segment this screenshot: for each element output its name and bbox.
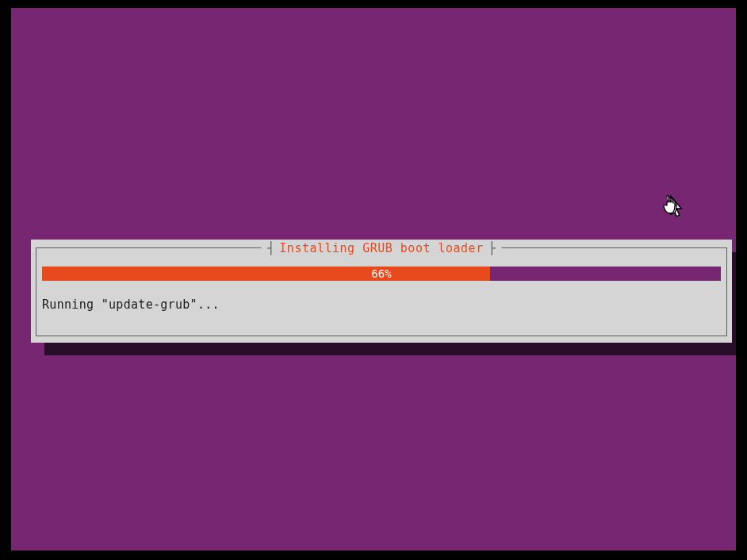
title-bracket-left: ┤ bbox=[267, 241, 274, 255]
dialog-title: Installing GRUB boot loader bbox=[279, 241, 483, 255]
progress-percent-label: 66% bbox=[42, 267, 721, 281]
status-text: Running "update-grub"... bbox=[42, 297, 220, 312]
installer-screen: ┤ Installing GRUB boot loader ├ 66% Runn… bbox=[11, 8, 736, 550]
progress-dialog: ┤ Installing GRUB boot loader ├ 66% Runn… bbox=[31, 240, 732, 343]
dialog-title-bar: ┤ Installing GRUB boot loader ├ bbox=[261, 241, 501, 255]
cursor-pointer-icon bbox=[660, 194, 684, 224]
dialog-border bbox=[36, 247, 727, 336]
title-bracket-right: ├ bbox=[488, 241, 496, 255]
progress-bar: 66% bbox=[42, 267, 721, 281]
